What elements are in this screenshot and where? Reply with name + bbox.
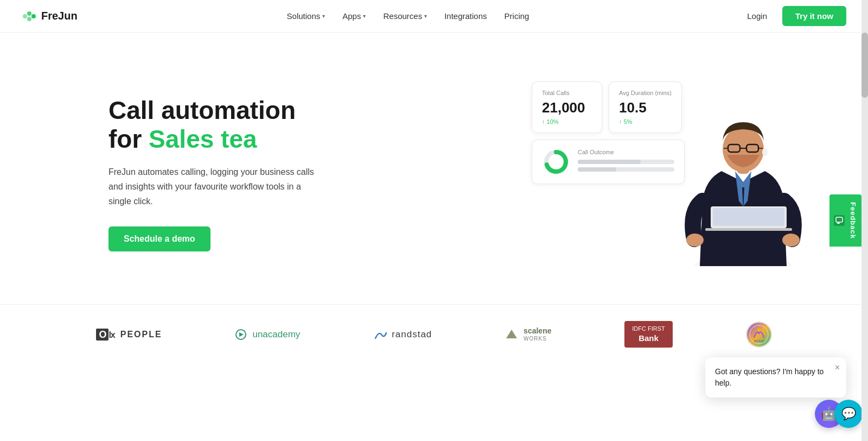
logo-unacademy: unacademy: [235, 329, 300, 341]
chevron-down-icon: ▾: [424, 13, 427, 19]
hero-text: Call automation for Sales tea FreJun aut…: [108, 96, 326, 251]
logo-icon: [22, 10, 37, 22]
chevron-down-icon: ▾: [322, 13, 325, 19]
randstad-icon: [373, 329, 388, 341]
chat-close-button[interactable]: ×: [835, 363, 840, 364]
call-outcome-card: Call Outcome: [532, 140, 685, 184]
scrollbar-thumb[interactable]: [861, 33, 868, 98]
svg-rect-17: [705, 228, 792, 231]
svg-point-16: [782, 234, 800, 247]
svg-rect-27: [837, 223, 840, 224]
svg-point-14: [762, 148, 768, 156]
total-calls-change: ↑ 10%: [542, 118, 592, 125]
hero-title: Call automation for Sales tea: [108, 96, 326, 154]
svg-rect-26: [836, 217, 843, 222]
logo-idfc: IDFC FIRST Bank: [624, 321, 673, 348]
dashboard-cards: Total Calls 21,000 ↑ 10% Avg Duration (m…: [532, 81, 685, 184]
svg-point-3: [27, 17, 31, 21]
feedback-label: Feedback: [849, 202, 857, 239]
nav-solutions[interactable]: Solutions ▾: [280, 8, 332, 24]
scrollbar[interactable]: [861, 0, 868, 364]
try-now-button[interactable]: Try it now: [782, 6, 846, 26]
unacademy-icon: [235, 329, 247, 341]
nav-links: Solutions ▾ Apps ▾ Resources ▾ Integrati…: [280, 8, 536, 24]
nav-integrations[interactable]: Integrations: [438, 8, 493, 24]
antal-icon: antal: [749, 325, 769, 344]
hero-visual: Total Calls 21,000 ↑ 10% Avg Duration (m…: [532, 81, 803, 266]
logo-randstad: randstad: [373, 329, 432, 341]
total-calls-card: Total Calls 21,000 ↑ 10%: [532, 81, 602, 133]
outcome-bar-1: [578, 160, 674, 164]
svg-marker-22: [506, 330, 517, 338]
scalene-icon: [505, 329, 518, 341]
svg-point-1: [27, 11, 31, 16]
total-calls-value: 21,000: [542, 99, 592, 116]
avg-duration-label: Avg Duration (mins): [619, 90, 672, 96]
svg-marker-21: [239, 332, 244, 337]
login-button[interactable]: Login: [738, 8, 776, 24]
logo-text: FreJun: [41, 10, 78, 22]
chat-widget: × Got any questions? I'm happy to help.: [705, 357, 846, 364]
outcome-label: Call Outcome: [578, 149, 674, 155]
nav-apps[interactable]: Apps ▾: [336, 8, 372, 24]
logos-strip: Olx PEOPLE unacademy randstad scalene WO…: [0, 304, 868, 364]
nav-actions: Login Try it now: [738, 6, 846, 26]
logo[interactable]: FreJun: [22, 10, 78, 22]
outcome-bar-2: [578, 167, 674, 172]
svg-point-2: [31, 14, 36, 18]
schedule-demo-button[interactable]: Schedule a demo: [108, 226, 210, 251]
logo-olx-people: Olx PEOPLE: [96, 328, 162, 341]
navbar: FreJun Solutions ▾ Apps ▾ Resources ▾ In…: [0, 0, 868, 33]
total-calls-label: Total Calls: [542, 90, 592, 96]
avg-duration-change: ↑ 5%: [619, 118, 672, 125]
feedback-icon: [834, 215, 845, 226]
svg-rect-19: [713, 208, 784, 226]
nav-resources[interactable]: Resources ▾: [376, 8, 433, 24]
svg-point-0: [23, 14, 27, 18]
svg-point-24: [757, 329, 761, 332]
svg-text:antal: antal: [754, 338, 764, 343]
logo-scalene: scalene WORKS: [505, 327, 551, 341]
hero-person-image: [667, 92, 819, 266]
avg-duration-value: 10.5: [619, 99, 672, 116]
stats-row: Total Calls 21,000 ↑ 10% Avg Duration (m…: [532, 81, 685, 133]
svg-point-15: [686, 234, 704, 247]
feedback-tab[interactable]: Feedback: [829, 194, 861, 247]
donut-chart: [542, 148, 570, 176]
nav-pricing[interactable]: Pricing: [498, 8, 536, 24]
outcome-bars: Call Outcome: [578, 149, 674, 175]
hero-section: Call automation for Sales tea FreJun aut…: [0, 33, 868, 304]
avg-duration-card: Avg Duration (mins) 10.5 ↑ 5%: [609, 81, 682, 133]
logo-antal: antal: [746, 322, 772, 348]
hero-description: FreJun automates calling, logging your b…: [108, 165, 326, 209]
chevron-down-icon: ▾: [363, 13, 366, 19]
